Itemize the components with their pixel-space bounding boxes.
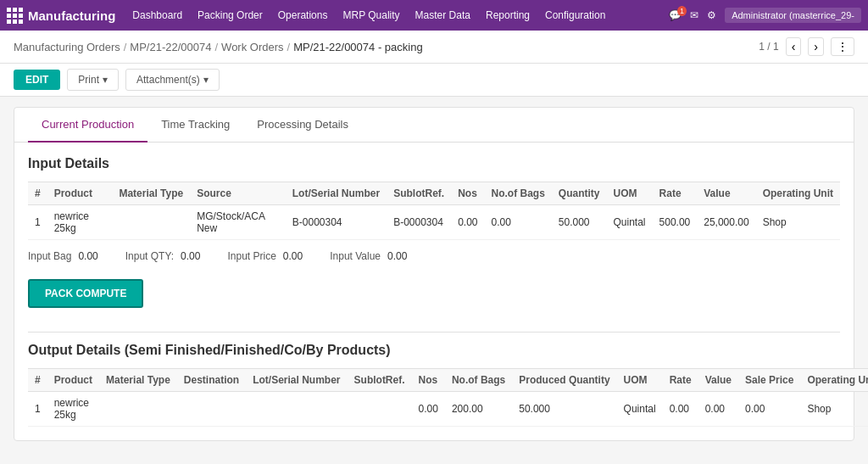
nav-links: Dashboard Packing Order Operations MRP Q…: [125, 6, 669, 25]
pack-compute-button[interactable]: PACK COMPUTE: [28, 279, 143, 308]
breadcrumb-sep-3: /: [287, 41, 291, 53]
message-icon[interactable]: ✉: [690, 9, 698, 21]
breadcrumb-work-orders[interactable]: Work Orders: [221, 41, 283, 53]
out-col-product: Product: [47, 369, 99, 392]
top-navigation: Manufacturing Dashboard Packing Order Op…: [0, 0, 868, 31]
breadcrumb-sep-1: /: [124, 41, 127, 53]
out-col-value: Value: [698, 369, 738, 392]
nav-operations[interactable]: Operations: [271, 6, 335, 25]
summary-input-price: Input Price 0.00: [227, 250, 303, 262]
col-sublot-ref: SublotRef.: [387, 182, 451, 205]
section-divider: [28, 332, 840, 333]
out-cell-rate: 0.00: [663, 392, 698, 427]
tab-time-tracking[interactable]: Time Tracking: [147, 108, 243, 143]
breadcrumb-bar: Manufacturing Orders / MP/21-22/00074 / …: [0, 31, 868, 64]
out-col-num: #: [28, 369, 47, 392]
prev-record-button[interactable]: ‹: [786, 37, 802, 56]
out-col-uom: UOM: [617, 369, 663, 392]
attachments-label: Attachment(s): [136, 74, 200, 86]
col-product: Product: [47, 182, 113, 205]
app-name: Manufacturing: [28, 8, 115, 23]
summary-input-value: Input Value 0.00: [330, 250, 407, 262]
input-table-row[interactable]: 1 newrice 25kg MG/Stock/ACA New B-000030…: [28, 205, 840, 240]
tab-current-production[interactable]: Current Production: [28, 108, 147, 143]
cell-sublot-ref: B-0000304: [387, 205, 451, 240]
next-record-button[interactable]: ›: [808, 37, 824, 56]
input-qty-value: 0.00: [181, 250, 200, 262]
input-summary-row: Input Bag 0.00 Input QTY: 0.00 Input Pri…: [28, 250, 840, 262]
cell-nos: 0.00: [451, 205, 484, 240]
out-cell-no-of-bags: 200.00: [445, 392, 512, 427]
input-bag-label: Input Bag: [28, 250, 71, 262]
breadcrumb-right: 1 / 1 ‹ › ⋮: [759, 37, 854, 56]
breadcrumb-sep-2: /: [214, 41, 218, 53]
col-uom: UOM: [607, 182, 653, 205]
out-col-nos: Nos: [412, 369, 445, 392]
out-cell-produced-qty: 50.000: [512, 392, 616, 427]
col-rate: Rate: [653, 182, 698, 205]
nav-mrp-quality[interactable]: MRP Quality: [336, 6, 406, 25]
out-col-sale-price: Sale Price: [738, 369, 800, 392]
print-chevron-icon: ▾: [103, 74, 108, 86]
output-section: Output Details (Semi Finished/Finished/C…: [28, 343, 840, 427]
card-body: Input Details # Product Material Type So…: [14, 143, 854, 440]
cell-lot-serial: B-0000304: [286, 205, 387, 240]
output-table-row[interactable]: 1 newrice 25kg 0.00 200.00 50.000 Quinta…: [28, 392, 868, 427]
nav-dashboard[interactable]: Dashboard: [125, 6, 189, 25]
out-cell-nos: 0.00: [412, 392, 445, 427]
out-cell-lot-serial: [246, 392, 347, 427]
user-info[interactable]: Administrator (masterrice_29-: [725, 8, 861, 23]
out-col-material-type: Material Type: [99, 369, 177, 392]
out-cell-value: 0.00: [698, 392, 738, 427]
out-cell-num: 1: [28, 392, 47, 427]
out-col-lot-serial: Lot/Serial Number: [246, 369, 347, 392]
breadcrumb-manufacturing-orders[interactable]: Manufacturing Orders: [14, 41, 120, 53]
print-button[interactable]: Print ▾: [67, 69, 119, 91]
input-qty-label: Input QTY:: [125, 250, 174, 262]
more-options-button[interactable]: ⋮: [831, 37, 854, 56]
out-cell-material-type: [99, 392, 177, 427]
cell-material-type: [112, 205, 190, 240]
cell-source: MG/Stock/ACA New: [190, 205, 286, 240]
notification-badge: 1: [677, 6, 687, 16]
app-logo[interactable]: Manufacturing: [7, 8, 115, 24]
activity-icon[interactable]: ⚙: [707, 9, 716, 21]
col-num: #: [28, 182, 47, 205]
out-cell-sublot-ref: [348, 392, 412, 427]
attachments-button[interactable]: Attachment(s) ▾: [125, 69, 220, 91]
input-section-title: Input Details: [28, 156, 840, 171]
nav-master-data[interactable]: Master Data: [409, 6, 477, 25]
nav-right-section: 💬 1 ✉ ⚙ Administrator (masterrice_29-: [669, 8, 861, 23]
summary-input-qty: Input QTY: 0.00: [125, 250, 201, 262]
out-col-sublot-ref: SublotRef.: [348, 369, 412, 392]
out-cell-uom: Quintal: [617, 392, 663, 427]
main-card: Current Production Time Tracking Process…: [14, 107, 854, 441]
out-col-destination: Destination: [177, 369, 246, 392]
input-table: # Product Material Type Source Lot/Seria…: [28, 182, 840, 240]
breadcrumb-mo-number[interactable]: MP/21-22/00074: [130, 41, 211, 53]
col-nos: Nos: [451, 182, 484, 205]
out-cell-sale-price: 0.00: [738, 392, 800, 427]
col-source: Source: [190, 182, 286, 205]
col-lot-serial: Lot/Serial Number: [286, 182, 387, 205]
notification-icon[interactable]: 💬 1: [669, 9, 682, 21]
edit-button[interactable]: EDIT: [14, 70, 60, 90]
nav-configuration[interactable]: Configuration: [538, 6, 612, 25]
tabs-container: Current Production Time Tracking Process…: [14, 108, 854, 143]
cell-value: 25,000.00: [697, 205, 755, 240]
input-price-label: Input Price: [227, 250, 275, 262]
cell-quantity: 50.000: [552, 205, 607, 240]
out-col-operating-unit: Operating Unit: [800, 369, 868, 392]
main-content: Current Production Time Tracking Process…: [0, 97, 868, 464]
out-cell-destination: [177, 392, 246, 427]
input-table-header: # Product Material Type Source Lot/Seria…: [28, 182, 840, 205]
nav-reporting[interactable]: Reporting: [479, 6, 537, 25]
cell-operating-unit: Shop: [756, 205, 840, 240]
cell-product: newrice 25kg: [47, 205, 113, 240]
input-value-value: 0.00: [387, 250, 407, 262]
input-bag-value: 0.00: [78, 250, 97, 262]
out-cell-operating-unit: Shop: [800, 392, 868, 427]
breadcrumb-current: MP/21-22/00074 - packing: [293, 41, 422, 53]
nav-packing-order[interactable]: Packing Order: [191, 6, 270, 25]
tab-processing-details[interactable]: Processing Details: [243, 108, 362, 143]
